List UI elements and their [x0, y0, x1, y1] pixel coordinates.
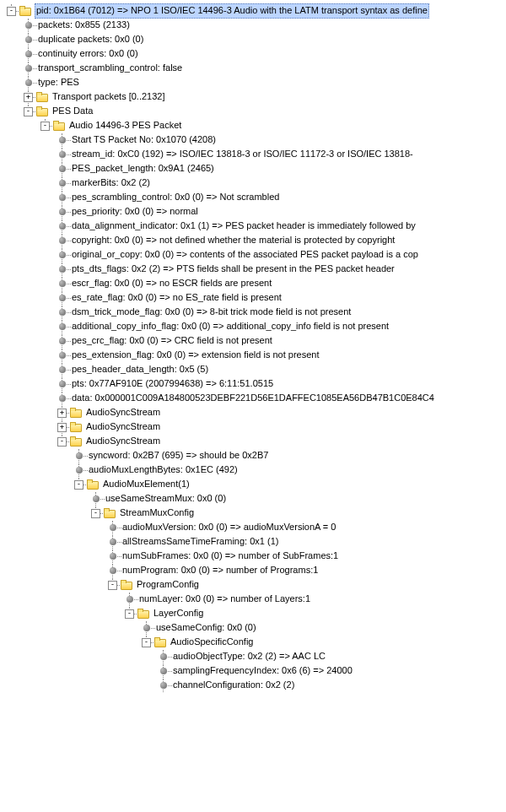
collapse-icon[interactable]: - — [91, 509, 100, 518]
audio-sync-stream-3-label[interactable]: AudioSyncStream — [85, 435, 161, 448]
pes-data-node-label[interactable]: PES Data — [51, 105, 94, 118]
collapse-icon[interactable]: - — [108, 581, 117, 590]
prop-use-same-stream-mux: useSameStreamMux: 0x0 (0) — [3, 492, 506, 506]
prop-pes-scrambling-label: pes_scrambling_control: 0x0 (0) => Not s… — [71, 191, 280, 204]
prop-additional-copy: additional_copy_info_flag: 0x0 (0) => ad… — [3, 320, 506, 333]
folder-icon — [70, 408, 82, 418]
collapse-icon[interactable]: - — [7, 7, 16, 16]
property-icon — [160, 682, 167, 689]
prop-escr-flag: escr_flag: 0x0 (0) => no ESCR fields are… — [3, 277, 506, 290]
folder-icon — [137, 609, 149, 619]
property-icon — [59, 194, 66, 201]
prop-pes-scrambling: pes_scrambling_control: 0x0 (0) => Not s… — [3, 191, 506, 204]
folder-icon — [154, 637, 166, 647]
prop-duplicate-packets-label: duplicate packets: 0x0 (0) — [37, 33, 144, 46]
pid-node-label[interactable]: pid: 0x1B64 (7012) => NPO 1 ISO/IEC 1449… — [35, 3, 429, 19]
property-icon — [110, 524, 116, 531]
property-icon — [160, 653, 167, 660]
prop-pts-dts-flags-label: pts_dts_flags: 0x2 (2) => PTS fields sha… — [71, 263, 396, 276]
prop-pes-packet-length: PES_packet_length: 0x9A1 (2465) — [3, 162, 506, 176]
property-icon — [93, 495, 100, 502]
prop-data-label: data: 0x000001C009A184800523DEBF221D56E1… — [71, 392, 435, 405]
prop-num-sub-frames: numSubFrames: 0x0 (0) => number of SubFr… — [3, 549, 506, 563]
expand-icon[interactable]: + — [24, 93, 33, 102]
pes-packet-node-label[interactable]: Audio 14496-3 PES Packet — [68, 119, 182, 133]
property-icon — [25, 36, 32, 43]
audio-sync-stream-2-label[interactable]: AudioSyncStream — [85, 420, 161, 434]
stream-mux-config-node-label[interactable]: StreamMuxConfig — [119, 506, 195, 520]
prop-escr-flag-label: escr_flag: 0x0 (0) => no ESCR fields are… — [71, 277, 272, 290]
property-icon — [25, 65, 32, 72]
program-config-node-label[interactable]: ProgramConfig — [136, 578, 200, 592]
prop-all-streams-label: allStreamsSameTimeFraming: 0x1 (1) — [121, 535, 279, 549]
prop-type-label: type: PES — [37, 76, 80, 89]
prop-audio-mux-version-label: audioMuxVersion: 0x0 (0) => audioMuxVers… — [121, 521, 336, 534]
prop-num-program: numProgram: 0x0 (0) => number of Program… — [3, 564, 506, 577]
prop-audio-mux-len-label: audioMuxLengthBytes: 0x1EC (492) — [88, 463, 239, 477]
prop-es-rate-flag: es_rate_flag: 0x0 (0) => no ES_rate fiel… — [3, 291, 506, 305]
prop-audio-mux-len: audioMuxLengthBytes: 0x1EC (492) — [3, 463, 506, 477]
property-icon — [59, 137, 66, 143]
audio-mux-element-node-label[interactable]: AudioMuxElement(1) — [102, 478, 191, 491]
prop-copyright: copyright: 0x0 (0) => not defined whethe… — [3, 234, 506, 247]
property-icon — [59, 295, 66, 301]
property-icon — [59, 338, 66, 344]
collapse-icon[interactable]: - — [57, 437, 67, 447]
collapse-icon[interactable]: - — [74, 480, 83, 490]
layer-config-node-label[interactable]: LayerConfig — [153, 607, 204, 620]
prop-start-ts: Start TS Packet No: 0x1070 (4208) — [3, 133, 506, 147]
property-icon — [25, 79, 32, 86]
stream-mux-config-node[interactable]: -StreamMuxConfig — [3, 506, 506, 520]
prop-audio-object-type: audioObjectType: 0x2 (2) => AAC LC — [3, 650, 506, 663]
pes-packet-node[interactable]: -Audio 14496-3 PES Packet — [3, 119, 506, 133]
audio-sync-stream-1[interactable]: +AudioSyncStream — [3, 406, 506, 420]
pid-node[interactable]: -pid: 0x1B64 (7012) => NPO 1 ISO/IEC 144… — [3, 4, 506, 18]
prop-data-alignment: data_alignment_indicator: 0x1 (1) => PES… — [3, 219, 506, 233]
prop-sampling-freq: samplingFrequencyIndex: 0x6 (6) => 24000 — [3, 664, 506, 678]
audio-mux-element-node[interactable]: -AudioMuxElement(1) — [3, 478, 506, 491]
prop-dsm-trick-label: dsm_trick_mode_flag: 0x0 (0) => 8-bit tr… — [71, 306, 352, 319]
property-icon — [59, 352, 66, 359]
property-icon — [25, 51, 32, 57]
transport-packets-node[interactable]: +Transport packets [0..2132] — [3, 90, 506, 104]
audio-sync-stream-2[interactable]: +AudioSyncStream — [3, 420, 506, 434]
audio-sync-stream-3[interactable]: -AudioSyncStream — [3, 435, 506, 448]
pes-data-node[interactable]: -PES Data — [3, 105, 506, 118]
audio-sync-stream-1-label[interactable]: AudioSyncStream — [85, 406, 161, 420]
prop-stream-id: stream_id: 0xC0 (192) => ISO/IEC 13818-3… — [3, 148, 506, 161]
audio-specific-config-node[interactable]: -AudioSpecificConfig — [3, 636, 506, 649]
property-icon — [59, 165, 66, 172]
prop-pes-crc-label: pes_crc_flag: 0x0 (0) => CRC field is no… — [71, 334, 273, 348]
program-config-node[interactable]: -ProgramConfig — [3, 578, 506, 592]
prop-pes-priority: pes_priority: 0x0 (0) => normal — [3, 205, 506, 219]
prop-use-same-config-label: useSameConfig: 0x0 (0) — [155, 621, 257, 635]
expand-icon[interactable]: + — [57, 409, 67, 418]
expand-icon[interactable]: + — [57, 423, 67, 432]
property-icon — [110, 539, 116, 545]
prop-copyright-label: copyright: 0x0 (0) => not defined whethe… — [71, 234, 396, 247]
audio-specific-config-node-label[interactable]: AudioSpecificConfig — [170, 636, 254, 649]
collapse-icon[interactable]: - — [24, 107, 33, 116]
prop-type: type: PES — [3, 76, 506, 89]
collapse-icon[interactable]: - — [125, 609, 134, 619]
prop-tsc: transport_scrambling_control: false — [3, 62, 506, 75]
prop-audio-mux-version: audioMuxVersion: 0x0 (0) => audioMuxVers… — [3, 521, 506, 534]
prop-es-rate-flag-label: es_rate_flag: 0x0 (0) => no ES_rate fiel… — [71, 291, 283, 305]
layer-config-node[interactable]: -LayerConfig — [3, 607, 506, 620]
property-icon — [59, 180, 66, 187]
prop-pes-priority-label: pes_priority: 0x0 (0) => normal — [71, 205, 199, 219]
transport-packets-node-label[interactable]: Transport packets [0..2132] — [51, 90, 166, 104]
prop-data-alignment-label: data_alignment_indicator: 0x1 (1) => PES… — [71, 219, 417, 233]
property-icon — [59, 266, 66, 273]
property-icon — [59, 309, 66, 316]
property-icon — [59, 208, 66, 215]
property-icon — [160, 668, 167, 674]
folder-icon — [19, 6, 31, 16]
collapse-icon[interactable]: - — [40, 122, 50, 131]
prop-num-sub-frames-label: numSubFrames: 0x0 (0) => number of SubFr… — [121, 549, 339, 563]
prop-pes-extension: pes_extension_flag: 0x0 (0) => extension… — [3, 349, 506, 362]
folder-icon — [121, 580, 132, 590]
collapse-icon[interactable]: - — [142, 638, 151, 647]
property-icon — [59, 323, 66, 330]
property-icon — [59, 395, 66, 402]
